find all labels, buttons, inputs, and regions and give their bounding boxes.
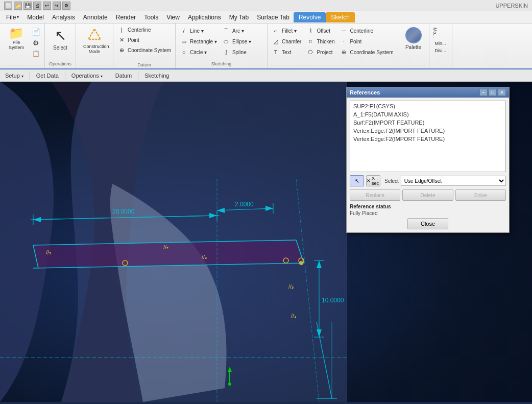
project-btn[interactable]: ⎔ Project [304, 47, 336, 57]
dialog-minimize-btn[interactable]: − [479, 89, 488, 96]
viewport: 28.0000 2.0000 10.0000 2.0000 //₂ //₂ //… [0, 82, 532, 402]
coord-system-datum-btn[interactable]: ⊕ Coordinate System [115, 45, 173, 55]
ref-item-4[interactable]: Vertex:Edge:F2(IMPORT FEATURE) [351, 135, 504, 143]
app-title: UPPERSKIN [495, 3, 528, 9]
chamfer-btn[interactable]: ◿ Chamfer [270, 36, 303, 46]
text-icon: T [272, 48, 280, 56]
delete-btn[interactable]: Delete [402, 189, 453, 201]
cmd-datum[interactable]: Datum [112, 72, 135, 80]
arc-btn[interactable]: ⌒ Arc ▾ [220, 26, 253, 36]
settings-icon[interactable]: ⚙ [62, 2, 70, 10]
cmd-sep3 [109, 72, 109, 80]
menu-tools[interactable]: Tools [140, 13, 162, 22]
construction-mode-btn[interactable]: Construction Mode [80, 26, 109, 56]
circle-btn[interactable]: ○ Circle ▾ [178, 47, 219, 57]
open-icon[interactable]: 📂 [14, 2, 22, 10]
point-sketch-icon: · [340, 37, 348, 45]
dialog-maximize-btn[interactable]: □ [489, 89, 497, 96]
svg-text:10.0000: 10.0000 [322, 297, 344, 304]
settings-btn[interactable]: ⚙ [31, 38, 41, 48]
replace-btn[interactable]: Replace [350, 189, 400, 201]
ref-item-1[interactable]: A_1:F5(DATUM AXIS) [351, 110, 504, 118]
save-icon[interactable]: 💾 [23, 2, 32, 10]
svg-text://₂: //₂ [202, 254, 207, 260]
print-icon[interactable]: 🖨 [33, 2, 41, 10]
ribbon-group-construction: Construction Mode [76, 23, 113, 68]
dialog-close-btn[interactable]: × [498, 89, 506, 96]
coord-sketch-btn[interactable]: ⊕ Coordinate System [337, 47, 395, 57]
ellipse-btn[interactable]: ⬭ Ellipse ▾ [220, 36, 253, 46]
select-dropdown[interactable]: Use Edge/Offset [401, 176, 506, 186]
palette-btn[interactable]: Palette [402, 26, 425, 52]
menu-file[interactable]: File ▾ [2, 13, 23, 22]
svg-text://₃: //₃ [288, 283, 294, 290]
fillet-btn[interactable]: ⌐ Fillet ▾ [270, 26, 303, 36]
new-icon[interactable]: ⬜ [4, 2, 12, 10]
more-btn[interactable]: Mo... [431, 26, 450, 40]
menu-bar: File ▾ Model Analysis Annotate Render To… [0, 11, 532, 23]
minimize-btn[interactable]: Min... [431, 40, 450, 47]
centerline-datum-btn[interactable]: | Centerline [115, 25, 173, 35]
ribbon-group-more: Mo... Min... Divi... [429, 23, 452, 68]
rectangle-icon: ▭ [180, 37, 188, 45]
cmd-getdata[interactable]: Get Data [33, 72, 62, 80]
new-doc-btn[interactable]: 📄 [31, 27, 41, 37]
centerline-sketch-btn[interactable]: ─ Centerline [337, 26, 395, 36]
references-list[interactable]: SUP2:F1(CSYS) A_1:F5(DATUM AXIS) Surf:F2… [350, 101, 506, 172]
title-bar: ⬜ 📂 💾 🖨 ↩ ↪ ⚙ UPPERSKIN [0, 0, 532, 11]
xsec-btn[interactable]: ✕ X sec [366, 175, 380, 186]
ellipse-icon: ⬭ [222, 37, 230, 45]
ref-item-0[interactable]: SUP2:F1(CSYS) [351, 102, 504, 110]
redo-icon[interactable]: ↪ [53, 2, 61, 10]
cmd-setup[interactable]: Setup ▾ [2, 72, 27, 80]
offset-btn[interactable]: ⌇ Offset [304, 26, 336, 36]
ribbon-group-editing: ⌐ Fillet ▾ ◿ Chamfer T Text ⌇ Offset [268, 23, 398, 68]
construction-icon [86, 27, 103, 43]
menu-analysis[interactable]: Analysis [48, 13, 79, 22]
rectangle-btn[interactable]: ▭ Rectangle ▾ [178, 36, 219, 46]
svg-marker-0 [88, 29, 101, 39]
text-btn[interactable]: T Text [270, 47, 303, 57]
cmd-sketching[interactable]: Sketching [141, 72, 172, 80]
datum-label: Datum [115, 61, 173, 67]
menu-render[interactable]: Render [112, 13, 140, 22]
menu-applications[interactable]: Applications [184, 13, 225, 22]
cmd-sep2 [65, 72, 65, 80]
close-btn[interactable]: Close [407, 218, 448, 229]
select-btn[interactable]: ↖ Select [50, 26, 70, 52]
status-label: Reference status [350, 204, 506, 209]
dialog-body: SUP2:F1(CSYS) A_1:F5(DATUM AXIS) Surf:F2… [347, 98, 509, 232]
svg-text://₂: //₂ [163, 244, 168, 250]
template-btn[interactable]: 📋 [31, 49, 41, 58]
references-dialog: References − □ × SUP2:F1(CSYS) A_1:F5(DA… [346, 87, 510, 233]
spline-icon: ∫ [222, 48, 230, 56]
dialog-action-btns: Replace Delete Solve [350, 189, 506, 201]
thicken-btn[interactable]: ⌗ Thicken [304, 36, 336, 46]
point-btn[interactable]: ✕ Point [115, 35, 173, 45]
menu-view[interactable]: View [162, 13, 184, 22]
menu-sketch[interactable]: Sketch [326, 12, 355, 22]
undo-icon[interactable]: ↩ [43, 2, 51, 10]
ref-item-2[interactable]: Surf:F2(IMPORT FEATURE) [351, 118, 504, 127]
point-sketch-btn[interactable]: · Point [337, 36, 395, 46]
dialog-controls: − □ × [479, 89, 506, 96]
menu-model[interactable]: Model [23, 13, 48, 22]
menu-surfacetab[interactable]: Surface Tab [253, 13, 294, 22]
cmd-sep1 [30, 72, 30, 80]
menu-revolve[interactable]: Revolve [294, 12, 326, 22]
spline-btn[interactable]: ∫ Spline [220, 47, 253, 57]
divide-btn[interactable]: Divi... [431, 47, 450, 54]
cmd-operations[interactable]: Operations ▾ [68, 72, 106, 80]
solve-btn[interactable]: Solve [455, 189, 506, 201]
ribbon: 📁 File System 📄 ⚙ 📋 ↖ Select Operations … [0, 23, 532, 69]
ref-item-3[interactable]: Vertex:Edge:F2(IMPORT FEATURE) [351, 127, 504, 135]
dialog-title-bar: References − □ × [347, 87, 509, 98]
filesystem-btn[interactable]: 📁 File System [3, 26, 30, 52]
menu-annotate[interactable]: Annotate [79, 13, 112, 22]
close-btn-row: Close [350, 218, 506, 229]
menu-mytab[interactable]: My Tab [225, 13, 253, 22]
offset-icon: ⌇ [306, 27, 315, 35]
centerline-icon: | [117, 26, 126, 34]
arrow-select-btn[interactable]: ↖ [350, 175, 364, 186]
line-btn[interactable]: / Line ▾ [178, 26, 219, 36]
